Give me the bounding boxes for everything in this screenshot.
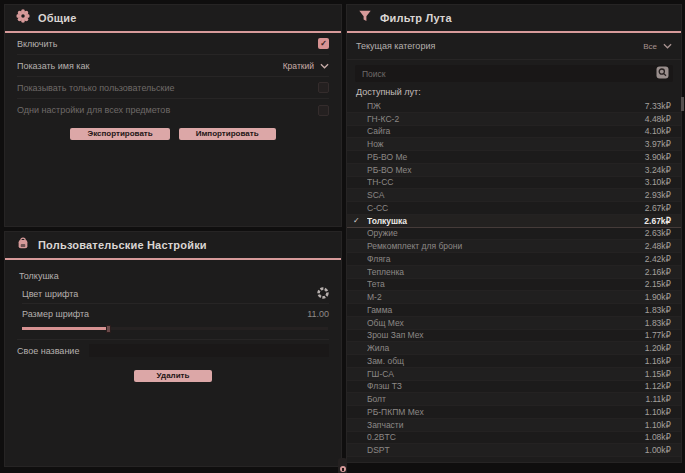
list-item[interactable]: ✓ Толкушка 2.67k₽ (347, 215, 681, 228)
scrollbar-thumb[interactable] (681, 97, 684, 111)
loot-item-name: Болт (367, 394, 645, 404)
list-item[interactable]: Гамма 1.83k₽ (347, 304, 681, 317)
loot-item-name: Толкушка (367, 216, 644, 226)
search-input[interactable] (362, 69, 656, 79)
available-loot-label: Доступный лут: (356, 87, 672, 97)
list-item[interactable]: ТН-СС 3.10k₽ (347, 177, 681, 190)
list-item[interactable]: Тета 2.15k₽ (347, 279, 681, 292)
loot-item-name: Ремкомплект для брони (367, 241, 645, 251)
list-item[interactable]: Зам. общ 1.16k₽ (347, 355, 681, 368)
name-display-label: Показать имя как (17, 61, 89, 71)
list-item[interactable]: Запчасти 1.10k₽ (347, 419, 681, 432)
only-custom-label: Показывать только пользовательские (17, 83, 175, 93)
loot-item-value: 1.83k₽ (645, 305, 671, 315)
loot-item-value: 1.15k₽ (645, 369, 671, 379)
loot-item-value: 1.90k₽ (645, 292, 671, 302)
only-custom-row: Показывать только пользовательские (17, 77, 329, 99)
font-size-row: Размер шрифта 11.00 (22, 304, 329, 323)
loot-item-name: РБ-ВО Мех (367, 165, 645, 175)
loot-item-value: 4.48k₽ (645, 114, 671, 124)
loot-item-name: ГШ-СА (367, 369, 645, 379)
loot-item-name: Тепленка (367, 267, 645, 277)
loot-item-value: 2.63k₽ (645, 228, 671, 238)
loot-item-name: Зрош Зап Мех (367, 330, 645, 340)
loot-item-name: Запчасти (367, 420, 645, 430)
list-item[interactable]: Общ Мех 1.83k₽ (347, 317, 681, 330)
category-dropdown[interactable]: Все (643, 42, 672, 51)
export-button[interactable]: Экспортировать (70, 128, 169, 140)
loot-item-value: 1.83k₽ (645, 318, 671, 328)
loot-filter-header: Фильтр Лута (347, 5, 681, 31)
list-item[interactable]: ПЖ 7.33k₽ (347, 100, 681, 113)
user-settings-header: Пользовательские Настройки (5, 232, 341, 258)
list-item[interactable]: Флэш ТЗ 1.12k₽ (347, 381, 681, 394)
list-item[interactable]: Сайга 4.10k₽ (347, 126, 681, 139)
bottom-app-icon[interactable] (336, 458, 349, 473)
custom-name-row: Свое название (17, 339, 329, 361)
same-settings-checkbox[interactable] (318, 105, 329, 116)
list-item[interactable]: РБ-ВО Ме 3.90k₽ (347, 151, 681, 164)
list-item[interactable]: Оружие 2.63k₽ (347, 228, 681, 241)
loot-item-value: 2.16k₽ (645, 267, 671, 277)
delete-button[interactable]: Удалить (134, 370, 212, 382)
font-color-row: Цвет шрифта (22, 285, 329, 304)
same-settings-row: Одни настройки для всех предметов (17, 99, 329, 121)
loot-item-name: Оружие (367, 228, 645, 238)
loot-item-value: 1.08k₽ (645, 432, 671, 442)
loot-item-name: DSPT (367, 445, 645, 455)
loot-item-value: 3.97k₽ (645, 139, 671, 149)
font-size-value: 11.00 (307, 309, 329, 319)
loot-item-name: С-СС (367, 203, 645, 213)
chevron-down-icon (320, 63, 329, 69)
list-item[interactable]: Зрош Зап Мех 1.77k₽ (347, 330, 681, 343)
list-item[interactable]: С-СС 2.67k₽ (347, 202, 681, 215)
list-item[interactable]: Жила 1.20k₽ (347, 342, 681, 355)
enable-row: Включить ✓ (17, 33, 329, 55)
list-item[interactable]: Ремкомплект для брони 2.48k₽ (347, 240, 681, 253)
loot-list: ПЖ 7.33k₽ ГН-КС-2 4.48k₽ Сайга 4.10k₽ Но… (347, 100, 681, 457)
loot-item-name: ГН-КС-2 (367, 114, 645, 124)
loot-item-name: РБ-ПКПМ Мех (367, 407, 645, 417)
loot-item-value: 2.67k₽ (645, 203, 671, 213)
loot-item-value: 2.93k₽ (645, 190, 671, 200)
list-item[interactable]: ГШ-СА 1.15k₽ (347, 368, 681, 381)
list-item[interactable]: 0.2BTC 1.08k₽ (347, 432, 681, 445)
list-item[interactable]: DSPT 1.00k₽ (347, 444, 681, 457)
loot-item-value: 1.00k₽ (645, 445, 671, 455)
loot-item-value: 3.24k₽ (645, 165, 671, 175)
panel-loot-filter: Фильтр Лута Текущая категория Все (346, 4, 682, 463)
loot-item-value: 1.20k₽ (645, 343, 671, 353)
list-item[interactable]: М-2 1.90k₽ (347, 291, 681, 304)
only-custom-checkbox[interactable] (318, 82, 329, 93)
panel-title: Пользовательские Настройки (38, 239, 207, 251)
header-underline (5, 258, 341, 260)
list-item[interactable]: ГН-КС-2 4.48k₽ (347, 113, 681, 126)
category-label: Текущая категория (356, 41, 435, 51)
list-item[interactable]: РБ-ПКПМ Мех 1.10k₽ (347, 406, 681, 419)
import-button[interactable]: Импортировать (179, 128, 276, 140)
funnel-icon (358, 9, 372, 27)
name-display-value: Краткий (283, 61, 314, 71)
loot-item-value: 2.48k₽ (645, 241, 671, 251)
color-wheel-icon[interactable] (317, 287, 329, 301)
list-item[interactable]: SCA 2.93k₽ (347, 189, 681, 202)
slider-handle[interactable] (106, 325, 111, 333)
list-item[interactable]: Нож 3.97k₽ (347, 138, 681, 151)
custom-name-input[interactable] (89, 344, 329, 357)
loot-item-name: Общ Мех (367, 318, 645, 328)
loot-item-name: Гамма (367, 305, 645, 315)
loot-item-value: 1.10k₽ (645, 420, 671, 430)
loot-item-name: М-2 (367, 292, 645, 302)
font-size-slider[interactable] (22, 324, 328, 333)
panel-user-settings: Пользовательские Настройки Толкушка Цвет… (4, 231, 342, 467)
panel-title: Общие (38, 12, 77, 24)
enable-checkbox[interactable]: ✓ (318, 38, 329, 49)
list-item[interactable]: Фляга 2.42k₽ (347, 253, 681, 266)
list-item[interactable]: РБ-ВО Мех 3.24k₽ (347, 164, 681, 177)
loot-item-value: 1.10k₽ (645, 407, 671, 417)
custom-name-label: Свое название (17, 346, 79, 356)
list-item[interactable]: Болт 1.11k₽ (347, 393, 681, 406)
loot-item-name: SCA (367, 190, 645, 200)
name-display-dropdown[interactable]: Краткий (283, 61, 329, 71)
list-item[interactable]: Тепленка 2.16k₽ (347, 266, 681, 279)
